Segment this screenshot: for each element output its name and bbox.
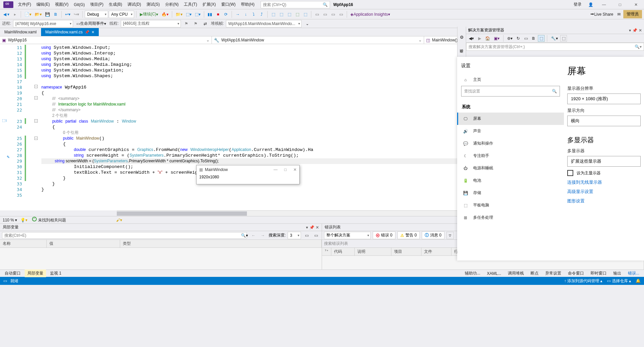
tab-command[interactable]: 命令窗口	[565, 270, 587, 277]
wireless-link[interactable]: 连接到无线显示器	[567, 179, 641, 185]
source-control-button[interactable]: ↑ 添加到源代码管理 ▴	[564, 278, 603, 284]
panel-dd-icon[interactable]: ▾	[306, 225, 308, 230]
settings-nav-声音[interactable]: 🔊声音	[457, 125, 564, 137]
sol-back[interactable]: ◀▾	[467, 35, 475, 42]
tb-ico-2[interactable]: ⬚	[278, 11, 285, 18]
config-combo[interactable]: Debug	[85, 11, 108, 18]
resolution-combo[interactable]: 1920 × 1080 (推荐)	[567, 94, 641, 104]
tab-exceptions[interactable]: 异常设置	[543, 270, 564, 277]
fold-ctor[interactable]: −	[34, 137, 38, 140]
sol-sln-icon[interactable]: ▣▾	[493, 35, 501, 42]
nav-back-button[interactable]: ◀ ▾	[2, 11, 11, 18]
windows-settings-window[interactable]: 设置 ⌂主页 查找设置🔍 系统 🖵屏幕🔊声音💬通知和操作☾专注助手⏻电源和睡眠🔋…	[457, 57, 644, 261]
undo-button[interactable]: ↩▾	[64, 11, 72, 18]
panel-close-icon[interactable]: ✕	[316, 225, 319, 230]
tab-errorlist[interactable]: 错误...	[625, 270, 642, 277]
flag-icon[interactable]: ⚑	[183, 20, 190, 27]
sol-showall-icon[interactable]: 🗎	[530, 35, 537, 42]
app-close-button[interactable]: ✕	[293, 167, 297, 172]
tb-ico-1[interactable]: ⬚	[270, 11, 277, 18]
sol-close-icon[interactable]: ✕	[639, 28, 642, 33]
step-over-button[interactable]: ⤵	[250, 11, 257, 18]
tab-mainwindow-xaml-cs[interactable]: MainWindow.xaml.cs📌✕	[41, 28, 99, 36]
sol-btn-b[interactable]: ⬚	[560, 35, 567, 42]
graphics-link[interactable]: 图形设置	[567, 198, 641, 204]
col-desc[interactable]: 说明	[355, 248, 391, 255]
sol-home-icon[interactable]: 🏠	[484, 35, 492, 42]
tb-btn-b[interactable]: ⬚▾	[185, 11, 193, 18]
threads-icon[interactable]: ⇄	[202, 20, 209, 27]
notify-icon[interactable]: 🔔	[636, 279, 641, 283]
fold-class[interactable]: −	[34, 119, 38, 123]
flag2-icon[interactable]: ⚑	[192, 20, 200, 27]
tab-mainwindow-xaml[interactable]: MainWindow.xaml	[0, 28, 41, 36]
step-out-button[interactable]: ⤴	[258, 11, 265, 18]
tb-ico-8[interactable]: ▭	[329, 11, 337, 18]
stackframe-combo[interactable]: WpfApp16.MainWindow.MainWindo...	[226, 20, 302, 27]
sol-dd-icon[interactable]: ▾	[629, 28, 631, 33]
messages-filter[interactable]: ⓘ消息 0	[422, 231, 444, 239]
settings-home[interactable]: ⌂主页	[457, 73, 564, 86]
menu-build[interactable]: 生成(B)	[106, 0, 125, 9]
tab-autos[interactable]: 自动窗口	[2, 270, 23, 277]
settings-nav-屏幕[interactable]: 🖵屏幕	[457, 113, 564, 125]
menu-extensions[interactable]: 扩展(X)	[200, 0, 219, 9]
continue-button[interactable]: ▶ 继续(C) ▾	[138, 11, 160, 18]
close-tab-icon[interactable]: ✕	[91, 30, 94, 34]
settings-nav-多任务处理[interactable]: ⊞多任务处理	[457, 211, 564, 224]
menu-project[interactable]: 项目(P)	[87, 0, 106, 9]
global-search[interactable]: 🔍	[261, 1, 330, 8]
process-combo[interactable]: [47868] WpfApp16.exe	[13, 20, 73, 27]
tb-btn-c[interactable]: ⬚▾	[194, 11, 202, 18]
sol-refresh-icon[interactable]: ↻	[515, 35, 522, 42]
nav-fwd-button[interactable]: ▸	[11, 11, 19, 18]
col-name[interactable]: 名称	[0, 240, 47, 247]
step-next-button[interactable]: →	[234, 11, 241, 18]
save-all-button[interactable]: 🗎	[52, 11, 59, 18]
tab-callstack[interactable]: 调用堆栈	[505, 270, 527, 277]
save-button[interactable]: 💾	[44, 11, 51, 18]
menu-tools[interactable]: 工具(T)	[181, 0, 200, 9]
locals-tool-b[interactable]: ▭	[312, 232, 320, 239]
app-min-button[interactable]: —	[274, 167, 278, 172]
tb-ico-7[interactable]: ▭	[321, 11, 329, 18]
sol-wrench-icon[interactable]: 🔧▾	[550, 35, 559, 42]
settings-nav-电源和睡眠[interactable]: ⏻电源和睡眠	[457, 162, 564, 174]
maximize-button[interactable]: □	[613, 0, 627, 9]
pin-icon[interactable]: 📌	[85, 30, 89, 34]
tab-immediate[interactable]: 即时窗口	[588, 270, 609, 277]
sol-sync-icon[interactable]: ⊚▾	[506, 35, 514, 42]
menu-analyze[interactable]: 分析(N)	[163, 0, 182, 9]
col-file[interactable]: 文件	[421, 248, 451, 255]
warnings-filter[interactable]: ⚠警告 0	[397, 231, 420, 239]
open-button[interactable]: 📂▾	[33, 11, 43, 18]
menu-help[interactable]: 帮助(H)	[238, 0, 257, 9]
depth-combo[interactable]: 3	[288, 232, 301, 239]
menu-git[interactable]: Git(G)	[71, 1, 87, 8]
settings-search[interactable]: 查找设置🔍	[461, 86, 560, 97]
insights-button[interactable]: ◈ Application Insights ▾	[349, 11, 391, 18]
tb-btn-a[interactable]: 📁▾	[174, 11, 184, 18]
step-into-button[interactable]: ↓	[242, 11, 249, 18]
col-icon[interactable]: ⁷⁺	[322, 248, 331, 255]
col-type[interactable]: 类型	[120, 240, 322, 247]
liveshare-button[interactable]: ⮕ Live Share	[589, 11, 615, 18]
errors-filter[interactable]: ⮾错误 0	[373, 231, 395, 239]
main-display-checkbox[interactable]: 设为主显示器	[567, 170, 641, 176]
multi-combo[interactable]: 扩展这些显示器	[567, 156, 641, 167]
running-app-window[interactable]: ▦ MainWindow — □ ✕ 1920x1080	[196, 165, 300, 184]
class-combo[interactable]: 🔧WpfApp16.MainWindow	[212, 36, 424, 44]
tab-watch1[interactable]: 监视 1	[47, 270, 64, 277]
menu-test[interactable]: 测试(S)	[144, 0, 163, 9]
login-button[interactable]: 登录	[571, 0, 584, 9]
menu-view[interactable]: 视图(V)	[52, 0, 71, 9]
tab-accessibility[interactable]: 辅助功...	[462, 270, 483, 277]
new-project-button[interactable]: 📄▾	[23, 11, 33, 18]
tb-ico-5[interactable]: ⬚	[302, 11, 309, 18]
settings-nav-专注助手[interactable]: ☾专注助手	[457, 150, 564, 162]
sol-btn-a[interactable]: ⬚	[538, 35, 545, 42]
col-value[interactable]: 值	[47, 240, 120, 247]
tb-ico-9[interactable]: ▭	[337, 11, 345, 18]
locals-search[interactable]	[2, 232, 247, 239]
app-max-button[interactable]: □	[284, 167, 287, 172]
